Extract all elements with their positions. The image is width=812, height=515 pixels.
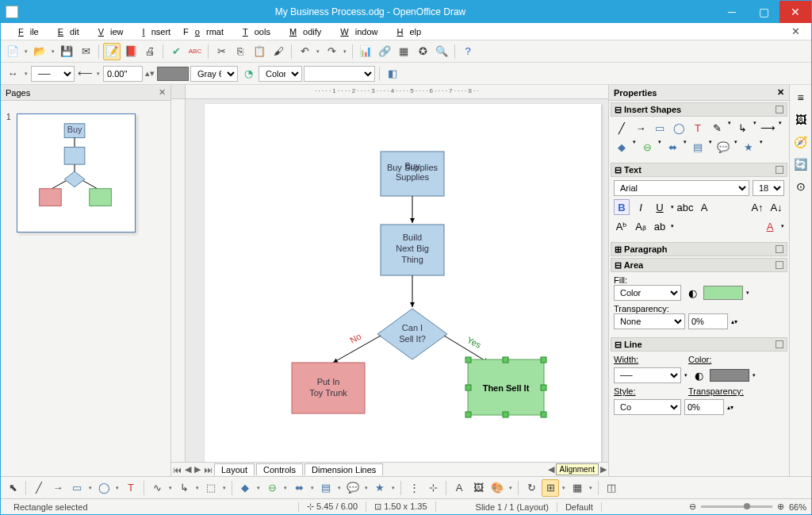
menu-help[interactable]: Help (384, 25, 427, 38)
help-icon[interactable]: ? (459, 43, 477, 60)
zoom-out-icon[interactable]: ⊖ (689, 502, 696, 512)
italic-button[interactable]: I (633, 199, 649, 215)
menu-window[interactable]: Window (327, 25, 384, 38)
page[interactable]: Buy Supplies Buy Supplies Build Next Big… (205, 104, 601, 462)
ellipse-shape-icon[interactable]: ◯ (671, 120, 687, 136)
superscript-icon[interactable]: Aᵇ (614, 218, 630, 234)
properties-close-icon[interactable]: ✕ (777, 87, 784, 98)
points-tool-icon[interactable]: ⋮ (405, 479, 423, 497)
underline-button[interactable]: U (652, 199, 668, 215)
align-tool-icon[interactable]: ⊞ (542, 479, 559, 497)
extrusion-tool-icon[interactable]: ◫ (603, 479, 620, 497)
arrow-tool-icon[interactable]: → (49, 479, 67, 497)
basic-shapes-tool-icon[interactable]: ◆ (236, 479, 254, 497)
from-file-tool-icon[interactable]: 🖼 (469, 479, 487, 497)
menu-tools[interactable]: Tools (230, 25, 277, 38)
zoom-icon[interactable]: 🔍 (433, 43, 450, 60)
cut-icon[interactable]: ✂ (213, 43, 230, 60)
glue-tool-icon[interactable]: ⊹ (424, 479, 442, 497)
hyperlink-icon[interactable]: 🔗 (376, 43, 393, 60)
flowchart-tool-icon[interactable]: ▤ (317, 479, 335, 497)
line-style-select[interactable]: ── (31, 66, 75, 82)
curve-shape-icon[interactable]: ✎ (709, 120, 725, 136)
page-thumbnail[interactable]: 1 Buy (17, 113, 136, 233)
fill-color-swatch[interactable] (703, 286, 743, 300)
line-width-input[interactable] (103, 66, 143, 82)
tab-dimension[interactable]: Dimension Lines (304, 463, 383, 475)
text-tool-icon[interactable]: T (122, 479, 140, 497)
redo-dropdown[interactable]: ▾ (342, 48, 348, 55)
undo-icon[interactable]: ↶ (296, 43, 313, 60)
line-width-select[interactable]: ── (614, 367, 681, 383)
line-color-swatch[interactable] (710, 369, 749, 382)
section-expand-icon[interactable] (776, 106, 783, 113)
increase-font-icon[interactable]: A↑ (749, 199, 765, 215)
strike-button[interactable]: abc (677, 199, 693, 215)
menu-insert[interactable]: Insert (130, 25, 178, 38)
new-dropdown[interactable]: ▾ (23, 48, 29, 55)
document-close-icon[interactable]: ✕ (785, 24, 806, 39)
line-style-select2[interactable]: Co (614, 399, 681, 415)
gallery-tab-icon[interactable]: 🖼 (793, 112, 809, 128)
export-pdf-icon[interactable]: 📕 (122, 43, 140, 60)
menu-format[interactable]: Format (177, 25, 230, 38)
transparency-select[interactable]: None (614, 313, 685, 329)
rect-shape-icon[interactable]: ▭ (652, 120, 668, 136)
properties-tab-icon[interactable]: ≡ (793, 90, 809, 106)
chart-icon[interactable]: 📊 (357, 43, 374, 60)
fontwork-tool-icon[interactable]: A (450, 479, 468, 497)
zoom-in-icon[interactable]: ⊕ (777, 502, 784, 512)
paste-icon[interactable]: 📋 (251, 43, 268, 60)
decrease-font-icon[interactable]: A↓ (768, 199, 784, 215)
arrow-end-icon[interactable]: ⟵ (76, 65, 94, 83)
connector-tool-icon[interactable]: ↳ (175, 479, 193, 497)
line-trans-input[interactable] (684, 399, 724, 415)
line-color-select[interactable]: Gray 6 (190, 66, 238, 82)
fill-type-select[interactable]: Color (614, 285, 681, 301)
autocheck-icon[interactable]: ABC (186, 43, 204, 60)
font-size-select[interactable]: 18 (753, 180, 784, 196)
arrow-style-icon[interactable]: ↔ (4, 65, 21, 83)
shadow-icon[interactable]: ◧ (384, 65, 401, 83)
subscript-icon[interactable]: Aᵦ (633, 218, 649, 234)
symbol-shape-icon[interactable]: ⊖ (639, 139, 655, 155)
fill-mode-select[interactable]: Color (259, 66, 302, 82)
save-icon[interactable]: 💾 (58, 43, 75, 60)
lines-shape-icon[interactable]: ⟶ (760, 120, 776, 136)
font-color-icon[interactable]: A (762, 218, 778, 234)
menu-view[interactable]: View (86, 25, 130, 38)
font-family-select[interactable]: Arial (614, 180, 749, 196)
callout-tool-icon[interactable]: 💬 (344, 479, 362, 497)
maximize-button[interactable]: ▢ (748, 1, 779, 23)
navigator-tab-icon[interactable]: 🧭 (793, 134, 809, 150)
copy-icon[interactable]: ⎘ (232, 43, 249, 60)
arrow-shape-icon[interactable]: → (633, 120, 649, 136)
navigator-icon[interactable]: ✪ (414, 43, 431, 60)
line-shape-icon[interactable]: ╱ (614, 120, 630, 136)
email-icon[interactable]: ✉ (77, 43, 94, 60)
new-icon[interactable]: 📄 (4, 43, 21, 60)
menu-edit[interactable]: Edit (45, 25, 86, 38)
zoom-slider[interactable] (701, 505, 772, 508)
arrow2-shape-icon[interactable]: ⬌ (665, 139, 680, 155)
connector-shape-icon[interactable]: ↳ (734, 120, 750, 136)
tab-prev-icon[interactable]: ◀ (183, 464, 193, 475)
styles-tab-icon[interactable]: 🔄 (793, 156, 809, 172)
line-color-icon[interactable]: ◐ (691, 367, 707, 383)
edit-file-icon[interactable]: 📝 (103, 43, 121, 60)
transparency-input[interactable] (688, 313, 728, 329)
tab-next-icon[interactable]: ▶ (193, 464, 202, 475)
close-button[interactable]: ✕ (779, 1, 811, 23)
rect-tool-icon[interactable]: ▭ (68, 479, 86, 497)
open-dropdown[interactable]: ▾ (50, 48, 56, 55)
symbol-tool-icon[interactable]: ⊖ (263, 479, 281, 497)
fill-gradient-icon[interactable]: ◐ (684, 285, 700, 301)
tab-last-icon[interactable]: ⏭ (202, 465, 214, 475)
line-color-swatch[interactable] (157, 67, 189, 81)
rotate-tool-icon[interactable]: ↻ (523, 479, 540, 497)
text-shape-icon[interactable]: T (690, 120, 706, 136)
tab-layout[interactable]: Layout (214, 463, 255, 475)
pages-close-icon[interactable]: ✕ (159, 87, 166, 98)
undo-dropdown[interactable]: ▾ (315, 48, 321, 55)
tab-controls[interactable]: Controls (256, 463, 303, 475)
